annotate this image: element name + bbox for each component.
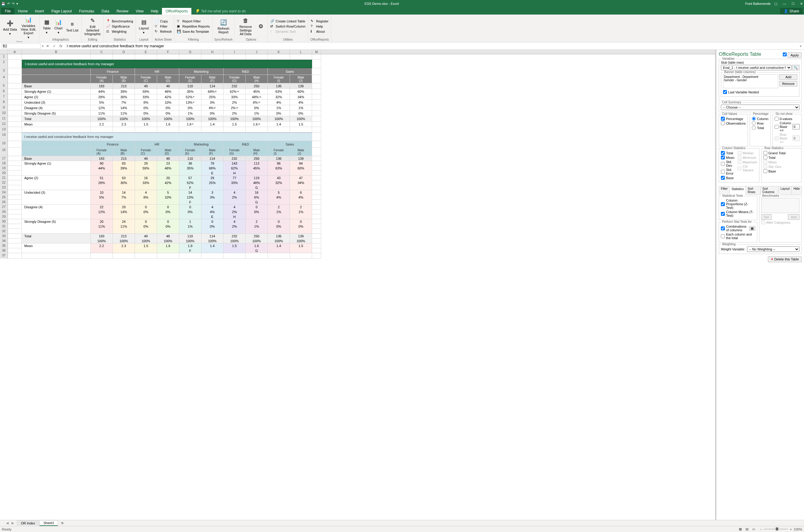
help-button[interactable]: ?Help <box>310 24 329 29</box>
cell[interactable]: F <box>179 185 201 190</box>
cell[interactable]: 4 <box>224 190 246 195</box>
cell[interactable]: 5% <box>91 195 113 200</box>
share-button[interactable]: 👤Share <box>780 8 803 15</box>
undo-icon[interactable]: ↶ <box>7 2 10 6</box>
sub-header[interactable]: Male(F) <box>201 75 224 83</box>
cell[interactable] <box>224 127 246 132</box>
cell[interactable] <box>312 141 321 148</box>
cell[interactable] <box>312 127 321 132</box>
cell[interactable]: 48 <box>157 83 179 89</box>
cell[interactable]: 4% <box>290 100 312 105</box>
row-header[interactable]: 34 <box>0 239 8 243</box>
cell[interactable]: 7% <box>113 195 135 200</box>
cell[interactable] <box>312 156 321 161</box>
cell[interactable] <box>8 83 22 89</box>
cell[interactable] <box>290 248 312 253</box>
cell[interactable]: 35% <box>179 89 201 94</box>
create-linked-table-button[interactable]: 🔗Create Linked Table <box>269 19 306 24</box>
cell[interactable] <box>312 148 321 156</box>
cell[interactable] <box>268 200 290 205</box>
cell[interactable] <box>22 200 91 205</box>
pct-total-radio[interactable]: Total <box>752 126 768 130</box>
cell[interactable]: 0 <box>157 219 179 224</box>
col-header[interactable]: D <box>113 50 135 54</box>
cell[interactable] <box>135 248 157 253</box>
cell[interactable]: 6 <box>290 190 312 195</box>
cell[interactable] <box>22 224 91 229</box>
cell[interactable]: 13%F <box>179 100 201 105</box>
accept-formula-icon[interactable]: ✓ <box>52 44 57 48</box>
cell[interactable]: 11% <box>113 111 135 116</box>
cell[interactable] <box>268 214 290 219</box>
cell[interactable]: 1.5 <box>224 243 246 248</box>
cell[interactable]: 68%E <box>201 89 224 94</box>
cell[interactable]: 35% <box>179 166 201 171</box>
cell[interactable]: 2% <box>224 209 246 214</box>
cell[interactable]: 10% <box>157 195 179 200</box>
ttest-checkbox[interactable]: Column Means (T-Test) <box>721 210 755 217</box>
cell[interactable] <box>135 214 157 219</box>
cell[interactable]: 250 <box>246 83 268 89</box>
cell[interactable]: 110 <box>179 234 201 239</box>
cell[interactable]: 80 <box>91 161 113 166</box>
cell[interactable] <box>22 68 91 75</box>
row-header[interactable]: 17 <box>0 156 8 161</box>
cell[interactable]: 14% <box>113 209 135 214</box>
minimize-icon[interactable]: — <box>783 2 786 6</box>
colbase-input[interactable] <box>792 124 800 130</box>
cell[interactable] <box>312 253 321 259</box>
tab-help[interactable]: Help <box>147 8 162 15</box>
cell[interactable]: 32% <box>268 180 290 185</box>
cell[interactable]: 183 <box>91 156 113 161</box>
cell[interactable] <box>290 54 312 60</box>
cell[interactable]: 136 <box>268 234 290 239</box>
cell[interactable] <box>179 214 201 219</box>
colbase-checkbox[interactable]: Column Base <= <box>774 121 800 132</box>
report-filter-button[interactable]: ▽Report Filter <box>176 19 210 24</box>
row-header[interactable]: 2 <box>0 60 8 68</box>
cell[interactable] <box>268 248 290 253</box>
cell[interactable]: 1.8 <box>179 243 201 248</box>
cell[interactable]: 1 <box>179 219 201 224</box>
cell[interactable] <box>312 68 321 75</box>
col-header[interactable]: I <box>224 50 246 54</box>
row-header[interactable]: 15 <box>0 141 8 148</box>
percentage-checkbox[interactable]: Percentage <box>721 117 746 121</box>
cell[interactable]: Disagree (4) <box>22 105 91 111</box>
worksheet-grid[interactable]: ABCDEFGHIJKLM12I receive useful and cons… <box>0 50 716 520</box>
cell[interactable] <box>135 54 157 60</box>
dept-header[interactable]: R&D <box>224 141 268 148</box>
row-header[interactable]: 37 <box>0 253 8 259</box>
chart-button[interactable]: 📊Chart▾ <box>53 18 64 35</box>
cell[interactable]: 6%G <box>246 100 268 105</box>
cell[interactable]: 4 <box>224 219 246 224</box>
cell[interactable] <box>113 253 135 259</box>
row-header[interactable]: 1 <box>0 54 8 60</box>
cell[interactable]: 1.6G <box>246 121 268 127</box>
sub-header[interactable]: Female(A) <box>91 75 113 83</box>
cell[interactable] <box>312 224 321 229</box>
cell[interactable]: 59% <box>135 166 157 171</box>
cell[interactable] <box>113 248 135 253</box>
cell[interactable] <box>113 200 135 205</box>
cell[interactable] <box>8 190 22 195</box>
tab-view[interactable]: View <box>132 8 147 15</box>
row-label[interactable]: Base <box>22 156 91 161</box>
cell[interactable]: 114 <box>201 83 224 89</box>
cell[interactable]: 14% <box>113 105 135 111</box>
cell[interactable] <box>268 229 290 234</box>
cell[interactable]: 183 <box>91 234 113 239</box>
cell[interactable]: 1.4 <box>201 243 224 248</box>
cell[interactable]: 1% <box>268 209 290 214</box>
col-header[interactable]: F <box>157 50 179 54</box>
cell[interactable]: 8% <box>135 100 157 105</box>
tab-pagelayout[interactable]: Page Layout <box>48 8 75 15</box>
cell[interactable]: 213 <box>113 234 135 239</box>
cell[interactable] <box>179 127 201 132</box>
cell[interactable] <box>91 248 113 253</box>
cell[interactable] <box>8 180 22 185</box>
cell[interactable]: 0% <box>290 111 312 116</box>
cell[interactable]: 49 <box>135 83 157 89</box>
cell[interactable] <box>22 166 91 171</box>
cell[interactable] <box>246 127 268 132</box>
